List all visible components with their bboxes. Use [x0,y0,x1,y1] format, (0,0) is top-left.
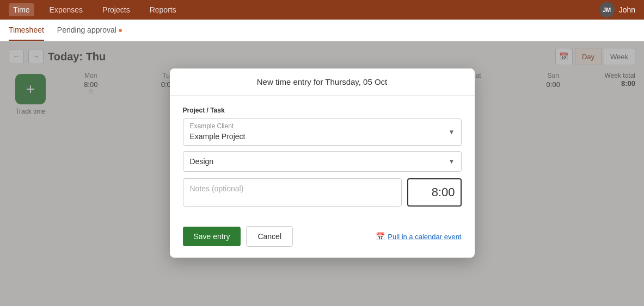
modal-header: New time entry for Thursday, 05 Oct [170,68,475,96]
top-nav: Time Expenses Projects Reports JM John [0,0,644,20]
sub-nav: Timesheet Pending approval [0,20,644,41]
notes-time-row [183,178,462,207]
nav-reports[interactable]: Reports [145,3,181,16]
task-select[interactable]: Design [183,151,462,172]
calendar-link-label[interactable]: Pull in a calendar event [388,233,461,241]
modal: New time entry for Thursday, 05 Oct Proj… [170,68,475,258]
subnav-timesheet[interactable]: Timesheet [9,26,44,41]
project-select-group[interactable]: Example Client Example Project [183,118,462,146]
client-label: Example Client [183,119,461,131]
main-content: ← → Today: Thu 📅 Day Week + Track time M… [0,41,644,306]
nav-time[interactable]: Time [9,3,34,16]
time-input[interactable] [407,178,462,207]
nav-expenses[interactable]: Expenses [45,3,87,16]
cancel-button[interactable]: Cancel [246,226,293,247]
avatar: JM [599,2,615,17]
calendar-link-icon: 📅 [376,232,385,241]
project-select-wrapper[interactable]: Example Client Example Project ▼ [183,118,462,146]
nav-projects[interactable]: Projects [98,3,134,16]
modal-overlay: New time entry for Thursday, 05 Oct Proj… [0,41,644,306]
modal-body: Project / Task Example Client Example Pr… [170,96,475,226]
calendar-link[interactable]: 📅 Pull in a calendar event [376,232,461,241]
task-select-wrapper[interactable]: Design ▼ [183,151,462,172]
subnav-pending[interactable]: Pending approval [57,26,122,41]
save-entry-button[interactable]: Save entry [183,227,241,246]
modal-footer: Save entry Cancel 📅 Pull in a calendar e… [170,226,475,258]
pending-dot [119,29,122,32]
notes-input[interactable] [183,178,402,207]
nav-right: JM John [599,2,635,17]
project-value: Example Project [183,131,461,145]
project-task-label: Project / Task [183,107,462,114]
user-name: John [619,5,635,14]
